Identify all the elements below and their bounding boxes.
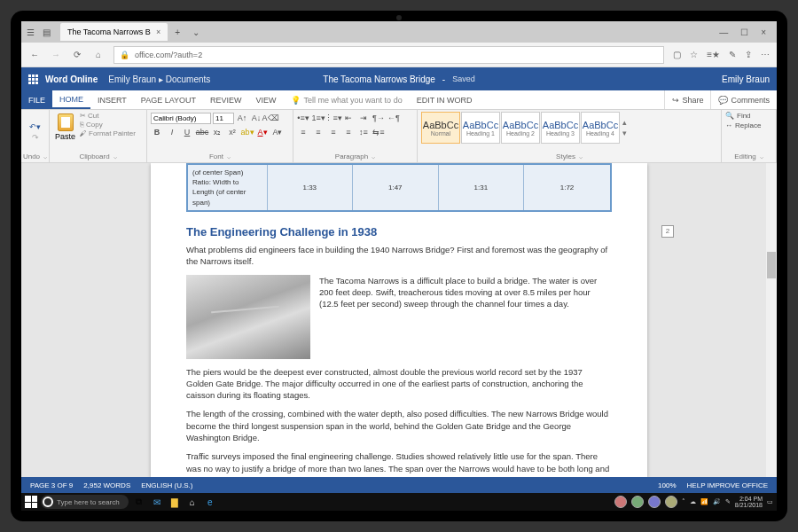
undo-button[interactable]: ↶▾	[29, 122, 41, 131]
highlight-button[interactable]: ab▾	[241, 126, 254, 138]
more-font-button[interactable]: A▾	[271, 126, 284, 138]
taskbar-app-mail[interactable]: ✉	[150, 495, 164, 509]
bold-button[interactable]: B	[151, 126, 163, 138]
italic-button[interactable]: I	[166, 126, 178, 138]
tab-file[interactable]: FILE	[21, 90, 52, 109]
line-spacing-button[interactable]: ↕≡	[357, 126, 370, 138]
favorites-list-icon[interactable]: ≡★	[707, 50, 720, 59]
clear-format-button[interactable]: A⌫	[264, 112, 277, 124]
table-cell[interactable]: 1:33	[267, 164, 353, 211]
tray-wifi-icon[interactable]: 📶	[700, 498, 708, 505]
cut-button[interactable]: ✂ Cut	[80, 112, 136, 120]
people-avatar[interactable]	[631, 496, 644, 508]
align-left-button[interactable]: ≡	[297, 126, 309, 138]
table-row-label[interactable]: (of center Span) Ratio: Width to Length …	[187, 164, 267, 211]
tray-chevron-icon[interactable]: ˄	[682, 498, 685, 505]
special-indent-button[interactable]: ⇆≡	[372, 126, 385, 138]
taskbar-app-edge[interactable]: e	[203, 495, 217, 509]
ruler-marker[interactable]: 2	[661, 225, 674, 238]
paragraph[interactable]: The Tacoma Narrows is a difficult place …	[319, 275, 612, 359]
taskbar-app-store[interactable]: ⌂	[185, 495, 200, 509]
taskbar-app-explorer[interactable]: ▇	[168, 495, 182, 509]
paragraph[interactable]: The piers would be the deepest ever cons…	[186, 366, 612, 402]
grow-font-button[interactable]: A↑	[236, 112, 248, 124]
note-icon[interactable]: ✎	[729, 50, 736, 59]
people-avatar[interactable]	[614, 496, 627, 508]
tab-chevron-icon[interactable]: ⌄	[187, 27, 205, 37]
paragraph[interactable]: Traffic surveys imposed the final engine…	[186, 450, 612, 477]
tray-pen-icon[interactable]: ✎	[725, 498, 731, 505]
vertical-scrollbar[interactable]	[766, 163, 777, 477]
start-button[interactable]	[25, 496, 37, 508]
people-avatar[interactable]	[665, 496, 677, 508]
underline-button[interactable]: U	[181, 126, 193, 138]
app-launcher-icon[interactable]	[28, 74, 38, 84]
paragraph[interactable]: What problems did engineers face in buil…	[186, 244, 612, 268]
styles-up-icon[interactable]: ▴	[622, 118, 631, 127]
copy-button[interactable]: ⎘ Copy	[80, 121, 136, 129]
tab-view[interactable]: VIEW	[249, 90, 284, 109]
breadcrumb-user[interactable]: Emily Braun	[108, 74, 156, 84]
font-family-select[interactable]: Calibri (Body)	[151, 113, 211, 124]
browser-tab[interactable]: The Tacoma Narrows B ×	[60, 23, 168, 41]
page-indicator[interactable]: PAGE 3 OF 9	[30, 481, 73, 489]
new-tab-button[interactable]: +	[169, 27, 185, 37]
font-color-button[interactable]: A▾	[256, 126, 269, 138]
style-heading3[interactable]: AaBbCcHeading 3	[541, 112, 580, 144]
font-size-select[interactable]: 11	[213, 113, 234, 124]
forward-button[interactable]: →	[50, 50, 62, 59]
tell-me-input[interactable]: Tell me what you want to do	[284, 90, 410, 109]
breadcrumb-location[interactable]: Documents	[166, 74, 211, 84]
table-cell[interactable]: 1:31	[438, 164, 524, 211]
numbering-button[interactable]: 1≡▾	[312, 112, 325, 124]
tab-insert[interactable]: INSERT	[90, 90, 134, 109]
document-title[interactable]: The Tacoma Narrows Bridge	[323, 74, 435, 84]
favorite-icon[interactable]: ☆	[690, 50, 698, 59]
data-table[interactable]: (of center Span) Ratio: Width to Length …	[186, 163, 612, 212]
document-image[interactable]	[186, 275, 310, 359]
word-count[interactable]: 2,952 WORDS	[83, 481, 130, 489]
style-heading1[interactable]: AaBbCcHeading 1	[461, 112, 500, 144]
find-button[interactable]: 🔍 Find	[725, 112, 772, 120]
paste-button[interactable]: Paste	[53, 112, 77, 143]
table-cell[interactable]: 1:47	[353, 164, 439, 211]
paragraph[interactable]: The length of the crossing, combined wit…	[186, 408, 612, 443]
taskbar-clock[interactable]: 2:04 PM 8/21/2018	[735, 496, 763, 508]
rtl-button[interactable]: ←¶	[387, 112, 400, 124]
style-heading2[interactable]: AaBbCcHeading 2	[501, 112, 540, 144]
format-painter-button[interactable]: 🖌 Format Painter	[80, 129, 136, 137]
url-input[interactable]: 🔒 office.com/?auth=2	[113, 46, 664, 64]
share-button[interactable]: ↪Share	[664, 90, 710, 109]
read-mode-icon[interactable]: ▢	[673, 50, 681, 59]
outdent-button[interactable]: ⇤	[342, 112, 355, 124]
more-icon[interactable]: ⋯	[761, 50, 770, 59]
style-heading4[interactable]: AaBbCcHeading 4	[581, 112, 620, 144]
maximize-button[interactable]: ☐	[740, 27, 748, 37]
strike-button[interactable]: abc	[196, 126, 208, 138]
superscript-button[interactable]: x²	[226, 126, 239, 138]
tray-cloud-icon[interactable]: ☁	[690, 498, 696, 505]
bullets-button[interactable]: •≡▾	[297, 112, 309, 124]
heading-2[interactable]: The Engineering Challenge in 1938	[186, 224, 612, 240]
taskbar-search[interactable]: Type here to search	[41, 495, 129, 509]
align-center-button[interactable]: ≡	[312, 126, 325, 138]
task-view-button[interactable]: ⧉	[132, 495, 146, 509]
align-right-button[interactable]: ≡	[327, 126, 340, 138]
tray-volume-icon[interactable]: 🔊	[713, 498, 721, 505]
indent-button[interactable]: ⇥	[357, 112, 370, 124]
menu-icon[interactable]: ☰	[25, 27, 35, 37]
home-button[interactable]: ⌂	[92, 50, 105, 59]
tab-home[interactable]: HOME	[52, 90, 90, 109]
justify-button[interactable]: ≡	[342, 126, 355, 138]
subscript-button[interactable]: x₂	[211, 126, 223, 138]
notifications-button[interactable]: ▭	[767, 498, 773, 505]
styles-down-icon[interactable]: ▾	[622, 129, 631, 137]
user-name[interactable]: Emily Braun	[722, 74, 770, 84]
back-button[interactable]: ←	[28, 50, 41, 59]
shrink-font-button[interactable]: A↓	[250, 112, 262, 124]
document-canvas[interactable]: (of center Span) Ratio: Width to Length …	[21, 163, 777, 477]
refresh-button[interactable]: ⟳	[71, 50, 83, 59]
close-window-button[interactable]: ×	[761, 27, 766, 37]
multilevel-button[interactable]: ⋮≡▾	[327, 112, 340, 124]
table-cell[interactable]: 1:72	[524, 164, 611, 211]
